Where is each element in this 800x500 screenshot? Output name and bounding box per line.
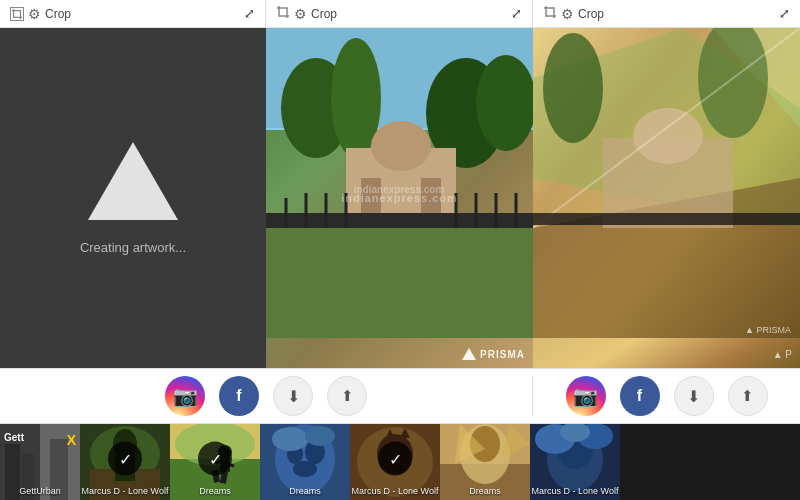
gear-icon-1[interactable]: ⚙ xyxy=(28,6,41,22)
film-label-marcus-1: Marcus D - Lone Wolf xyxy=(80,486,170,496)
svg-rect-18 xyxy=(266,228,533,338)
svg-point-55 xyxy=(293,461,317,477)
facebook-button-2[interactable]: f xyxy=(620,376,660,416)
svg-point-6 xyxy=(371,121,431,171)
top-bar: ⚙ Crop ⤢ ⚙ Crop ⤢ ⚙ Crop ⤢ xyxy=(0,0,800,28)
share-button-2[interactable]: ⬆ xyxy=(728,376,768,416)
svg-rect-29 xyxy=(533,213,800,225)
film-item-dreams-2[interactable]: Dreams xyxy=(260,424,350,500)
svg-point-56 xyxy=(272,427,308,451)
getty-x-icon: X xyxy=(67,432,76,448)
panel-2-svg: indianexpress.com xyxy=(266,28,533,338)
panel-header-3: ⚙ Crop ⤢ xyxy=(533,0,800,27)
instagram-icon-2: 📷 xyxy=(573,384,598,408)
film-label-dreams-3: Dreams xyxy=(440,486,530,496)
svg-point-24 xyxy=(543,33,603,143)
panel-1-processing: Creating artwork... xyxy=(0,28,266,368)
share-icon-1: ⬆ xyxy=(341,387,354,405)
film-item-marcus-2[interactable]: ✓ Marcus D - Lone Wolf xyxy=(350,424,440,500)
film-item-dreams-3[interactable]: Dreams xyxy=(440,424,530,500)
film-item-marcus-3[interactable]: Marcus D - Lone Wolf xyxy=(530,424,620,500)
share-icon-2: ⬆ xyxy=(741,387,754,405)
share-button-1[interactable]: ⬆ xyxy=(327,376,367,416)
facebook-button-1[interactable]: f xyxy=(219,376,259,416)
download-button-1[interactable]: ⬇ xyxy=(273,376,313,416)
svg-text:▲ PRISMA: ▲ PRISMA xyxy=(745,325,791,335)
film-item-getty-urban[interactable]: Gett X GettUrban xyxy=(0,424,80,500)
svg-point-27 xyxy=(633,108,703,164)
prisma-triangle-logo xyxy=(88,142,178,220)
film-label-getty: GettUrban xyxy=(0,486,80,496)
film-item-dreams-1[interactable]: ✓ Dreams xyxy=(170,424,260,500)
expand-icon-3[interactable]: ⤢ xyxy=(779,6,790,21)
gear-icon-2[interactable]: ⚙ xyxy=(294,6,307,22)
action-section-left: 📷 f ⬇ ⬆ xyxy=(0,376,533,416)
film-check-dreams-1: ✓ xyxy=(198,442,232,476)
main-area: Creating artwork... xyxy=(0,28,800,368)
action-bar: 📷 f ⬇ ⬆ 📷 f ⬇ ⬆ xyxy=(0,368,800,424)
crop-icon-1 xyxy=(10,7,24,21)
panel-label-2: Crop xyxy=(311,7,337,21)
panel-2-image: indianexpress.com xyxy=(266,28,533,368)
action-section-right: 📷 f ⬇ ⬆ xyxy=(533,376,800,416)
film-label-marcus-2: Marcus D - Lone Wolf xyxy=(350,486,440,496)
svg-point-57 xyxy=(305,426,335,446)
panel-header-2: ⚙ Crop ⤢ xyxy=(266,0,533,27)
download-button-2[interactable]: ⬇ xyxy=(674,376,714,416)
expand-icon-1[interactable]: ⤢ xyxy=(244,6,255,21)
film-label-dreams-1: Dreams xyxy=(170,486,260,496)
film-label-dreams-2: Dreams xyxy=(260,486,350,496)
panel-label-3: Crop xyxy=(578,7,604,21)
getty-label: Gett xyxy=(4,432,24,443)
panel-3-svg: ▲ PRISMA xyxy=(533,28,800,338)
expand-icon-2[interactable]: ⤢ xyxy=(511,6,522,21)
crop-icon-3 xyxy=(543,5,557,22)
gear-icon-3[interactable]: ⚙ xyxy=(561,6,574,22)
film-check-marcus-2: ✓ xyxy=(378,442,412,476)
film-check-marcus-1: ✓ xyxy=(108,442,142,476)
panel-label-1: Crop xyxy=(45,7,71,21)
prisma-badge-2: PRISMA xyxy=(462,348,525,360)
instagram-button-2[interactable]: 📷 xyxy=(566,376,606,416)
film-label-marcus-3: Marcus D - Lone Wolf xyxy=(530,486,620,496)
panel-2-photo: indianexpress.com PRISMA xyxy=(266,28,533,368)
panel-3-photo: ▲ PRISMA xyxy=(533,28,800,368)
prisma-triangle-badge xyxy=(462,348,476,360)
download-icon-1: ⬇ xyxy=(287,387,300,406)
download-icon-2: ⬇ xyxy=(687,387,700,406)
panel-3-image: ▲ PRISMA xyxy=(533,28,800,368)
crop-icon-2 xyxy=(276,5,290,22)
facebook-icon-1: f xyxy=(236,387,241,405)
filmstrip: Gett X GettUrban ✓ Marcus D - Lone Wolf xyxy=(0,424,800,500)
facebook-icon-2: f xyxy=(637,387,642,405)
svg-text:indianexpress.com: indianexpress.com xyxy=(354,184,445,195)
creating-status: Creating artwork... xyxy=(80,240,186,255)
instagram-icon-1: 📷 xyxy=(173,384,198,408)
film-item-marcus-1[interactable]: ✓ Marcus D - Lone Wolf xyxy=(80,424,170,500)
instagram-button-1[interactable]: 📷 xyxy=(165,376,205,416)
panel-header-1: ⚙ Crop ⤢ xyxy=(0,0,266,27)
prisma-text: PRISMA xyxy=(480,349,525,360)
